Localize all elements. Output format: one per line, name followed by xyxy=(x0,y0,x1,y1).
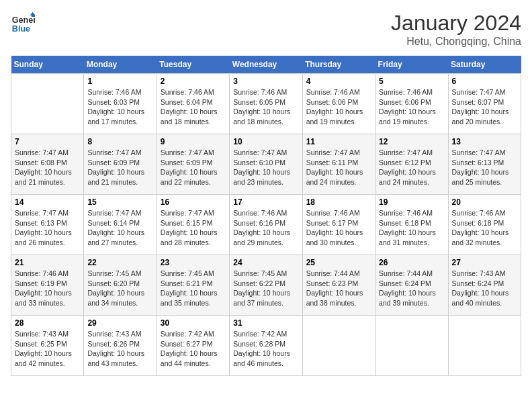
day-cell: 2Sunrise: 7:46 AMSunset: 6:04 PMDaylight… xyxy=(157,74,229,134)
day-number: 15 xyxy=(87,197,152,207)
day-info: Sunrise: 7:44 AMSunset: 6:24 PMDaylight:… xyxy=(379,269,444,308)
weekday-header-row: SundayMondayTuesdayWednesdayThursdayFrid… xyxy=(11,56,521,74)
day-number: 14 xyxy=(15,197,80,207)
day-info: Sunrise: 7:46 AMSunset: 6:17 PMDaylight:… xyxy=(306,208,371,248)
day-number: 27 xyxy=(452,258,517,267)
day-number: 17 xyxy=(233,197,298,207)
day-info: Sunrise: 7:45 AMSunset: 6:20 PMDaylight:… xyxy=(87,269,152,308)
day-info: Sunrise: 7:46 AMSunset: 6:06 PMDaylight:… xyxy=(306,87,371,127)
day-number: 19 xyxy=(379,197,444,207)
day-number: 11 xyxy=(306,137,371,146)
day-info: Sunrise: 7:46 AMSunset: 6:18 PMDaylight:… xyxy=(452,208,517,248)
day-info: Sunrise: 7:47 AMSunset: 6:12 PMDaylight:… xyxy=(379,148,444,187)
day-info: Sunrise: 7:47 AMSunset: 6:13 PMDaylight:… xyxy=(452,148,517,187)
calendar-table: SundayMondayTuesdayWednesdayThursdayFrid… xyxy=(11,56,521,376)
day-info: Sunrise: 7:46 AMSunset: 6:03 PMDaylight:… xyxy=(87,87,152,127)
weekday-wednesday: Wednesday xyxy=(230,56,302,74)
day-number: 3 xyxy=(233,77,298,86)
day-info: Sunrise: 7:47 AMSunset: 6:09 PMDaylight:… xyxy=(87,148,152,187)
day-number: 24 xyxy=(233,258,298,267)
day-info: Sunrise: 7:46 AMSunset: 6:16 PMDaylight:… xyxy=(233,208,298,248)
day-cell: 10Sunrise: 7:47 AMSunset: 6:10 PMDayligh… xyxy=(230,134,302,195)
day-cell: 28Sunrise: 7:43 AMSunset: 6:25 PMDayligh… xyxy=(11,316,84,376)
day-info: Sunrise: 7:42 AMSunset: 6:28 PMDaylight:… xyxy=(233,329,298,369)
day-number: 8 xyxy=(87,137,152,146)
day-info: Sunrise: 7:47 AMSunset: 6:14 PMDaylight:… xyxy=(87,208,152,248)
location: Hetu, Chongqing, China xyxy=(391,36,521,48)
day-number: 2 xyxy=(161,77,226,86)
day-info: Sunrise: 7:47 AMSunset: 6:07 PMDaylight:… xyxy=(452,87,517,127)
logo: General Blue xyxy=(11,11,35,35)
day-number: 13 xyxy=(452,137,517,146)
day-cell xyxy=(448,316,521,376)
day-number: 20 xyxy=(452,197,517,207)
svg-text:Blue: Blue xyxy=(12,24,30,34)
day-number: 12 xyxy=(379,137,444,146)
weekday-friday: Friday xyxy=(375,56,448,74)
day-info: Sunrise: 7:45 AMSunset: 6:22 PMDaylight:… xyxy=(233,269,298,308)
day-cell: 18Sunrise: 7:46 AMSunset: 6:17 PMDayligh… xyxy=(302,195,375,255)
day-info: Sunrise: 7:43 AMSunset: 6:24 PMDaylight:… xyxy=(452,269,517,308)
month-title: January 2024 xyxy=(391,11,521,36)
title-block: January 2024 Hetu, Chongqing, China xyxy=(391,11,521,48)
day-cell: 29Sunrise: 7:43 AMSunset: 6:26 PMDayligh… xyxy=(84,316,157,376)
day-cell: 6Sunrise: 7:47 AMSunset: 6:07 PMDaylight… xyxy=(448,74,521,134)
day-cell: 1Sunrise: 7:46 AMSunset: 6:03 PMDaylight… xyxy=(84,74,157,134)
day-cell: 31Sunrise: 7:42 AMSunset: 6:28 PMDayligh… xyxy=(230,316,302,376)
day-number: 1 xyxy=(87,77,152,86)
day-info: Sunrise: 7:47 AMSunset: 6:11 PMDaylight:… xyxy=(306,148,371,187)
day-number: 6 xyxy=(452,77,517,86)
day-cell: 24Sunrise: 7:45 AMSunset: 6:22 PMDayligh… xyxy=(230,255,302,316)
day-cell: 21Sunrise: 7:46 AMSunset: 6:19 PMDayligh… xyxy=(11,255,84,316)
weekday-monday: Monday xyxy=(84,56,157,74)
day-number: 22 xyxy=(87,258,152,267)
day-info: Sunrise: 7:43 AMSunset: 6:26 PMDaylight:… xyxy=(87,329,152,369)
calendar-body: 1Sunrise: 7:46 AMSunset: 6:03 PMDaylight… xyxy=(11,74,521,376)
logo-icon: General Blue xyxy=(11,11,35,35)
day-info: Sunrise: 7:47 AMSunset: 6:09 PMDaylight:… xyxy=(161,148,226,187)
weekday-saturday: Saturday xyxy=(448,56,521,74)
day-cell: 26Sunrise: 7:44 AMSunset: 6:24 PMDayligh… xyxy=(375,255,448,316)
day-cell: 25Sunrise: 7:44 AMSunset: 6:23 PMDayligh… xyxy=(302,255,375,316)
day-cell: 30Sunrise: 7:42 AMSunset: 6:27 PMDayligh… xyxy=(157,316,229,376)
day-cell: 13Sunrise: 7:47 AMSunset: 6:13 PMDayligh… xyxy=(448,134,521,195)
day-cell: 14Sunrise: 7:47 AMSunset: 6:13 PMDayligh… xyxy=(11,195,84,255)
day-cell: 5Sunrise: 7:46 AMSunset: 6:06 PMDaylight… xyxy=(375,74,448,134)
day-cell: 20Sunrise: 7:46 AMSunset: 6:18 PMDayligh… xyxy=(448,195,521,255)
day-cell: 15Sunrise: 7:47 AMSunset: 6:14 PMDayligh… xyxy=(84,195,157,255)
day-info: Sunrise: 7:47 AMSunset: 6:13 PMDaylight:… xyxy=(15,208,80,248)
day-number: 21 xyxy=(15,258,80,267)
day-cell: 7Sunrise: 7:47 AMSunset: 6:08 PMDaylight… xyxy=(11,134,84,195)
day-number: 28 xyxy=(15,318,80,328)
day-info: Sunrise: 7:47 AMSunset: 6:10 PMDaylight:… xyxy=(233,148,298,187)
day-number: 10 xyxy=(233,137,298,146)
day-number: 9 xyxy=(161,137,226,146)
day-info: Sunrise: 7:46 AMSunset: 6:06 PMDaylight:… xyxy=(379,87,444,127)
day-cell: 8Sunrise: 7:47 AMSunset: 6:09 PMDaylight… xyxy=(84,134,157,195)
day-info: Sunrise: 7:46 AMSunset: 6:04 PMDaylight:… xyxy=(161,87,226,127)
day-cell xyxy=(375,316,448,376)
day-info: Sunrise: 7:46 AMSunset: 6:05 PMDaylight:… xyxy=(233,87,298,127)
day-cell: 9Sunrise: 7:47 AMSunset: 6:09 PMDaylight… xyxy=(157,134,229,195)
day-number: 16 xyxy=(161,197,226,207)
day-cell xyxy=(11,74,84,134)
day-cell: 3Sunrise: 7:46 AMSunset: 6:05 PMDaylight… xyxy=(230,74,302,134)
week-row-1: 1Sunrise: 7:46 AMSunset: 6:03 PMDaylight… xyxy=(11,74,521,134)
page-header: General Blue January 2024 Hetu, Chongqin… xyxy=(11,11,521,48)
day-cell: 12Sunrise: 7:47 AMSunset: 6:12 PMDayligh… xyxy=(375,134,448,195)
day-number: 23 xyxy=(161,258,226,267)
week-row-2: 7Sunrise: 7:47 AMSunset: 6:08 PMDaylight… xyxy=(11,134,521,195)
day-number: 25 xyxy=(306,258,371,267)
day-cell: 23Sunrise: 7:45 AMSunset: 6:21 PMDayligh… xyxy=(157,255,229,316)
day-cell: 16Sunrise: 7:47 AMSunset: 6:15 PMDayligh… xyxy=(157,195,229,255)
day-info: Sunrise: 7:43 AMSunset: 6:25 PMDaylight:… xyxy=(15,329,80,369)
day-info: Sunrise: 7:45 AMSunset: 6:21 PMDaylight:… xyxy=(161,269,226,308)
day-cell: 27Sunrise: 7:43 AMSunset: 6:24 PMDayligh… xyxy=(448,255,521,316)
day-info: Sunrise: 7:42 AMSunset: 6:27 PMDaylight:… xyxy=(161,329,226,369)
weekday-thursday: Thursday xyxy=(302,56,375,74)
day-number: 5 xyxy=(379,77,444,86)
day-info: Sunrise: 7:47 AMSunset: 6:08 PMDaylight:… xyxy=(15,148,80,187)
day-number: 18 xyxy=(306,197,371,207)
day-cell: 22Sunrise: 7:45 AMSunset: 6:20 PMDayligh… xyxy=(84,255,157,316)
day-cell xyxy=(302,316,375,376)
